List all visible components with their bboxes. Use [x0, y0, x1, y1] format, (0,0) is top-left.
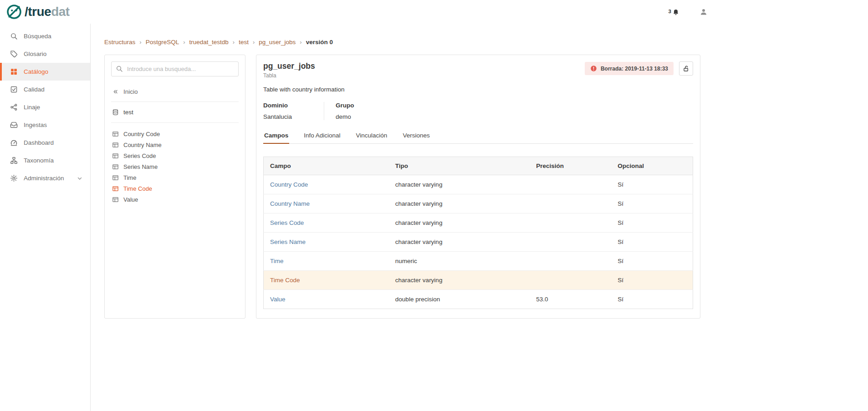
sidebar-item-label: Calidad — [24, 86, 45, 93]
sidebar-item-calidad[interactable]: Calidad — [0, 81, 90, 98]
top-header: /truedat 3 — [0, 0, 868, 24]
field-link[interactable]: Time Code — [270, 277, 300, 284]
table-row: Series Name character varying Sí — [264, 233, 693, 252]
sidebar-item-label: Administración — [24, 175, 64, 182]
sidebar-item-administracion[interactable]: Administración — [0, 169, 90, 187]
sidebar-item-label: Taxonomía — [24, 157, 54, 164]
field-type: numeric — [389, 252, 530, 271]
field-precision: 53.0 — [530, 290, 611, 309]
sidebar: Búsqueda Glosario — [0, 24, 91, 411]
field-optional: Sí — [611, 233, 693, 252]
share-icon — [10, 103, 18, 111]
check-square-icon — [10, 86, 18, 93]
search-icon — [10, 32, 18, 40]
sidebar-item-ingestas[interactable]: Ingestas — [0, 116, 90, 134]
column-item-country-name[interactable]: Country Name — [111, 139, 239, 150]
column-item-series-code[interactable]: Series Code — [111, 150, 239, 161]
column-item-series-name[interactable]: Series Name — [111, 161, 239, 172]
notification-count: 3 — [669, 9, 671, 14]
column-header-tipo: Tipo — [389, 157, 530, 175]
meta-grupo-label: Grupo — [336, 102, 354, 109]
field-precision — [530, 175, 611, 194]
field-link[interactable]: Country Code — [270, 181, 308, 188]
search-input[interactable] — [111, 61, 239, 76]
chevron-down-icon — [77, 175, 83, 182]
back-to-inicio-label: Inicio — [123, 88, 138, 95]
field-precision — [530, 194, 611, 213]
field-type: character varying — [389, 213, 530, 233]
tab-campos[interactable]: Campos — [263, 132, 289, 143]
sidebar-item-label: Catálogo — [24, 68, 48, 75]
breadcrumb-pg-user-jobs[interactable]: pg_user_jobs — [259, 39, 296, 46]
sidebar-item-busqueda[interactable]: Búsqueda — [0, 27, 90, 45]
field-link[interactable]: Time — [270, 258, 284, 264]
breadcrumb-truedat-testdb[interactable]: truedat_testdb — [189, 39, 229, 46]
breadcrumb-separator — [233, 39, 235, 46]
tab-info-adicional[interactable]: Info Adicional — [303, 132, 341, 143]
column-item-label: Time Code — [123, 185, 152, 192]
database-icon — [112, 109, 119, 116]
column-item-time-code[interactable]: Time Code — [111, 183, 239, 194]
sidebar-item-label: Ingestas — [24, 122, 47, 128]
table-row: Time Code character varying Sí — [264, 271, 693, 290]
field-link[interactable]: Series Code — [270, 219, 304, 226]
sidebar-item-label: Dashboard — [24, 139, 54, 146]
parent-structure-item[interactable]: test — [111, 102, 239, 123]
field-link[interactable]: Value — [270, 296, 286, 303]
title-block: pg_user_jobs Tabla — [263, 61, 315, 79]
field-precision — [530, 252, 611, 271]
sidebar-item-dashboard[interactable]: Dashboard — [0, 134, 90, 152]
meta-grupo-value: demo — [336, 113, 354, 120]
sidebar-item-catalogo[interactable]: Catálogo — [0, 63, 90, 81]
parent-structure-label: test — [123, 109, 133, 116]
sidebar-item-glosario[interactable]: Glosario — [0, 45, 90, 63]
header-actions: 3 — [669, 8, 708, 16]
column-item-country-code[interactable]: Country Code — [111, 128, 239, 139]
field-optional: Sí — [611, 271, 693, 290]
table-icon — [112, 131, 119, 137]
logo-wordmark-primary: /true — [25, 5, 51, 19]
breadcrumb-current-version: versión 0 — [306, 39, 333, 46]
column-item-label: Country Code — [123, 131, 160, 137]
tab-versiones[interactable]: Versiones — [402, 132, 430, 143]
column-list: Country Code Country Name Series Code — [111, 128, 239, 205]
meta-row: Dominio Santalucia Grupo demo — [263, 102, 693, 120]
user-menu-button[interactable] — [700, 8, 708, 16]
structure-description: Table with country information — [263, 86, 693, 93]
search-icon — [116, 65, 123, 72]
sitemap-icon — [10, 157, 18, 164]
field-optional: Sí — [611, 194, 693, 213]
column-item-value[interactable]: Value — [111, 194, 239, 205]
meta-dominio-label: Dominio — [263, 102, 292, 109]
back-to-inicio[interactable]: Inicio — [111, 88, 239, 102]
field-type: double precision — [389, 290, 530, 309]
breadcrumb-postgresql[interactable]: PostgreSQL — [146, 39, 179, 46]
field-optional: Sí — [611, 175, 693, 194]
field-link[interactable]: Series Name — [270, 238, 306, 245]
table-row: Value double precision 53.0 Sí — [264, 290, 693, 309]
table-row: Country Name character varying Sí — [264, 194, 693, 213]
tab-vinculacion[interactable]: Vinculación — [355, 132, 388, 143]
status-badge-label: Borrada: 2019-11-13 18:33 — [601, 66, 668, 72]
bell-icon — [672, 8, 679, 15]
field-precision — [530, 213, 611, 233]
table-icon — [112, 185, 119, 192]
breadcrumb: Estructuras PostgreSQL truedat_testdb te… — [104, 39, 868, 46]
notifications-button[interactable]: 3 — [669, 8, 679, 15]
field-precision — [530, 271, 611, 290]
grid-icon — [10, 68, 18, 76]
sidebar-item-linaje[interactable]: Linaje — [0, 98, 90, 116]
field-type: character varying — [389, 194, 530, 213]
inbox-icon — [10, 121, 18, 129]
breadcrumb-test[interactable]: test — [239, 39, 249, 46]
breadcrumb-estructuras[interactable]: Estructuras — [104, 39, 135, 46]
meta-dominio-value: Santalucia — [263, 113, 292, 120]
column-item-time[interactable]: Time — [111, 172, 239, 183]
logo-wordmark: /truedat — [25, 5, 70, 18]
lock-icon — [683, 65, 690, 72]
sidebar-item-taxonomia[interactable]: Taxonomía — [0, 152, 90, 169]
logo[interactable]: /truedat — [6, 4, 70, 20]
table-icon — [112, 152, 119, 159]
lock-button[interactable] — [679, 61, 693, 76]
field-link[interactable]: Country Name — [270, 200, 310, 207]
